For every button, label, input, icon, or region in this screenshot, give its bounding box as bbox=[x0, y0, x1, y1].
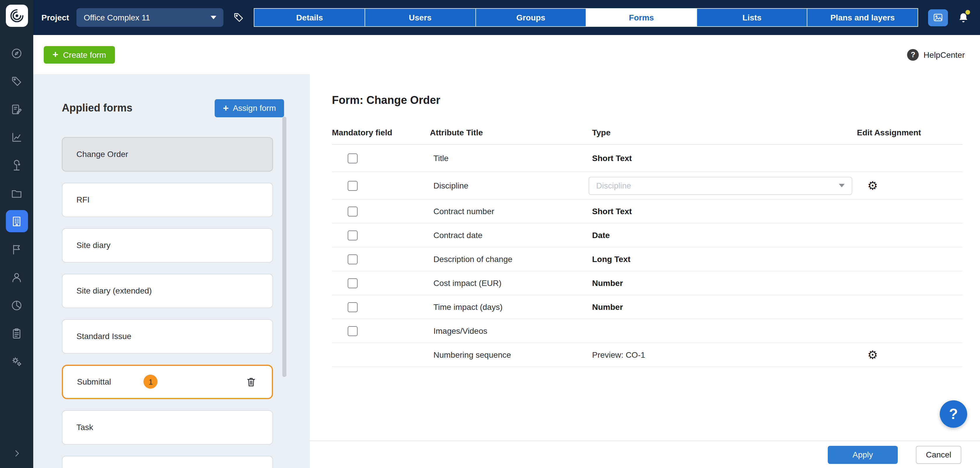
project-selector[interactable]: Office Complex 11 bbox=[77, 8, 224, 27]
sidebar-item-tasks[interactable] bbox=[6, 322, 28, 344]
gears-icon bbox=[11, 355, 23, 367]
attribute-type: Short Text bbox=[592, 153, 632, 163]
table-row: Contract number Short Text bbox=[332, 200, 963, 223]
column-header-attribute-title: Attribute Title bbox=[430, 128, 592, 137]
form-card-label: Site diary bbox=[76, 241, 111, 250]
mandatory-checkbox[interactable] bbox=[348, 326, 358, 336]
sidebar-item-forms[interactable] bbox=[6, 98, 28, 120]
column-header-type: Type bbox=[592, 128, 857, 137]
gear-icon[interactable]: ⚙ bbox=[867, 180, 878, 191]
form-editor-actions: Apply Cancel bbox=[310, 441, 980, 468]
form-card-site-diary-extended[interactable]: Site diary (extended) bbox=[62, 274, 273, 308]
project-tags-button[interactable] bbox=[231, 12, 247, 23]
main-area: Project Office Complex 11 Details Users … bbox=[33, 0, 980, 468]
tab-plans-and-layers[interactable]: Plans and layers bbox=[807, 8, 918, 27]
chevron-down-icon bbox=[839, 184, 845, 187]
toolbar: + Create form ? HelpCenter bbox=[33, 35, 980, 74]
sidebar-nav bbox=[6, 42, 28, 372]
column-header-mandatory: Mandatory field bbox=[332, 128, 430, 137]
form-editor-title: Form: Change Order bbox=[332, 94, 980, 107]
table-row: Cost impact (EUR) Number bbox=[332, 271, 963, 295]
sidebar-item-tags[interactable] bbox=[6, 70, 28, 92]
flag-icon bbox=[11, 243, 23, 255]
mandatory-checkbox[interactable] bbox=[348, 302, 358, 312]
form-card-z-documentation[interactable]: z - Documentation bbox=[62, 456, 273, 468]
sidebar-item-compass[interactable] bbox=[6, 42, 28, 64]
chevron-right-icon bbox=[12, 449, 21, 458]
form-card-standard-issue[interactable]: Standard Issue bbox=[62, 319, 273, 353]
applied-forms-panel: Applied forms + Assign form Change Order… bbox=[33, 74, 310, 468]
help-center-link[interactable]: ? HelpCenter bbox=[907, 49, 965, 60]
create-form-button[interactable]: + Create form bbox=[44, 46, 115, 63]
sidebar-item-contacts[interactable] bbox=[6, 266, 28, 288]
discipline-select[interactable]: Discipline bbox=[589, 177, 852, 194]
help-center-label: HelpCenter bbox=[923, 50, 965, 59]
mandatory-checkbox[interactable] bbox=[348, 206, 358, 216]
attribute-type: Date bbox=[592, 231, 610, 240]
sidebar-item-reports[interactable] bbox=[6, 294, 28, 316]
image-icon bbox=[932, 12, 944, 23]
attribute-type: Number bbox=[592, 302, 623, 312]
attribute-title: Images/Videos bbox=[430, 326, 592, 336]
table-row: Discipline Discipline ⚙ bbox=[332, 172, 963, 200]
form-card-task[interactable]: Task bbox=[62, 410, 273, 445]
cancel-button[interactable]: Cancel bbox=[916, 446, 961, 463]
plus-icon: + bbox=[223, 103, 229, 113]
sidebar-item-documents[interactable] bbox=[6, 182, 28, 204]
sidebar-item-equipment[interactable] bbox=[6, 154, 28, 176]
sidebar-collapse-button[interactable] bbox=[6, 445, 28, 462]
form-card-label: Site diary (extended) bbox=[76, 286, 152, 296]
mandatory-checkbox[interactable] bbox=[348, 278, 358, 288]
form-card-label: Task bbox=[76, 423, 93, 432]
attribute-title: Numbering sequence bbox=[430, 350, 592, 360]
mandatory-checkbox[interactable] bbox=[348, 230, 358, 240]
form-card-change-order[interactable]: Change Order bbox=[62, 137, 273, 172]
sidebar-item-projects-active[interactable] bbox=[6, 210, 28, 232]
table-row: Time impact (days) Number bbox=[332, 295, 963, 319]
logo-swirl-icon bbox=[8, 7, 25, 24]
attribute-type: Short Text bbox=[592, 207, 632, 216]
create-form-label: Create form bbox=[63, 50, 106, 59]
sidebar-item-settings[interactable] bbox=[6, 350, 28, 372]
mandatory-checkbox[interactable] bbox=[348, 254, 358, 264]
table-row: Contract date Date bbox=[332, 223, 963, 247]
tab-groups[interactable]: Groups bbox=[475, 8, 585, 27]
sidebar-item-tickets[interactable] bbox=[6, 238, 28, 260]
assign-form-label: Assign form bbox=[233, 103, 276, 113]
attribute-title: Title bbox=[430, 153, 592, 163]
attribute-title: Discipline bbox=[430, 181, 592, 190]
tab-users[interactable]: Users bbox=[364, 8, 475, 27]
content: Applied forms + Assign form Change Order… bbox=[33, 74, 980, 468]
form-card-label: RFI bbox=[76, 195, 89, 205]
chart-icon bbox=[11, 131, 23, 143]
attribute-type: Long Text bbox=[592, 255, 631, 264]
crane-icon bbox=[11, 159, 23, 171]
delete-form-button[interactable] bbox=[246, 376, 257, 387]
form-card-label: Submittal bbox=[77, 377, 111, 387]
list-scrollbar[interactable] bbox=[282, 117, 286, 377]
applied-forms-list: Change Order RFI Site diary Site diary (… bbox=[62, 137, 273, 468]
tab-forms[interactable]: Forms bbox=[586, 8, 697, 27]
attribute-title: Cost impact (EUR) bbox=[430, 279, 592, 288]
mandatory-checkbox[interactable] bbox=[348, 153, 358, 163]
floating-help-button[interactable]: ? bbox=[940, 400, 967, 428]
form-card-submittal[interactable]: Submittal 1 bbox=[62, 365, 273, 399]
tab-details[interactable]: Details bbox=[254, 8, 364, 27]
form-card-rfi[interactable]: RFI bbox=[62, 183, 273, 217]
gear-icon[interactable]: ⚙ bbox=[867, 349, 878, 361]
sidebar-item-statistics[interactable] bbox=[6, 126, 28, 148]
app-window: Project Office Complex 11 Details Users … bbox=[0, 0, 980, 468]
viewport: Project Office Complex 11 Details Users … bbox=[0, 0, 980, 468]
notifications-button[interactable] bbox=[956, 10, 970, 25]
media-gallery-button[interactable] bbox=[928, 9, 948, 26]
count-badge: 1 bbox=[144, 375, 158, 389]
assign-form-button[interactable]: + Assign form bbox=[215, 99, 284, 117]
numbering-preview: Preview: CO-1 bbox=[592, 350, 645, 360]
apply-button[interactable]: Apply bbox=[828, 446, 898, 463]
tab-lists[interactable]: Lists bbox=[697, 8, 807, 27]
app-logo[interactable] bbox=[6, 5, 28, 27]
attribute-title: Contract date bbox=[430, 231, 592, 240]
form-card-site-diary[interactable]: Site diary bbox=[62, 228, 273, 263]
mandatory-checkbox[interactable] bbox=[348, 181, 358, 191]
topbar: Project Office Complex 11 Details Users … bbox=[33, 0, 980, 35]
